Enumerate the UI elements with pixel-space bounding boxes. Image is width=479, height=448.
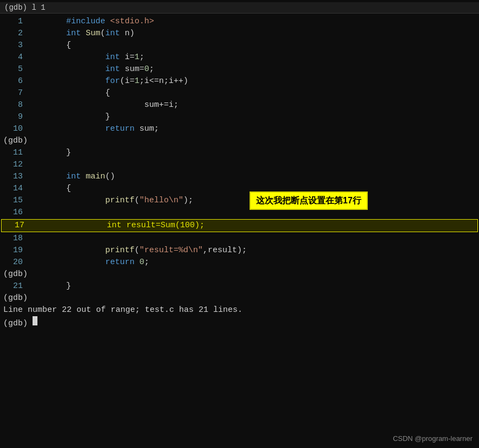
gdb-final-line[interactable]: (gdb) [0,316,479,330]
line-7: 7 { [0,87,479,99]
line-content-3: { [27,40,71,52]
terminal: (gdb) l 1 1 #include <stdio.h> 2 int Sum… [0,0,479,448]
line-8: 8 sum+=i; [0,99,479,111]
line-content-6: for(i=1;i<=n;i++) [27,75,188,87]
terminal-cursor [33,316,37,325]
line-content-8: sum+=i; [27,99,178,111]
line-num-10: 10 [3,123,23,135]
gdb-line-3: (gdb) [0,292,479,304]
line-num-4: 4 [3,52,23,63]
annotation-bubble: 这次我把断点设置在第17行 [250,191,368,210]
line-num-3: 3 [3,40,23,52]
line-num-9: 9 [3,111,23,123]
code-area: 1 #include <stdio.h> 2 int Sum(int n) 3 … [0,14,479,332]
line-18: 18 [0,233,479,245]
line-num-13: 13 [3,171,23,183]
line-1: 1 #include <stdio.h> [0,16,479,28]
line-21: 21 } [0,280,479,292]
line-content-14: { [27,183,71,195]
line-content-9: } [27,111,110,123]
line-11: 11 } [0,147,479,159]
line-4: 4 int i=1; [0,52,479,63]
line-num-11: 11 [3,147,23,159]
line-num-7: 7 [3,87,23,99]
line-content-1: #include <stdio.h> [27,16,154,28]
line-13: 13 int main() [0,171,479,183]
line-19: 19 printf("result=%d\n",result); [0,245,479,257]
line-num-16: 16 [3,207,23,219]
line-content-4: int i=1; [27,52,144,63]
line-content-21: } [27,280,71,292]
line-10: 10 return sum; [0,123,479,135]
line-num-14: 14 [3,183,23,195]
line-num-17: 17 [5,220,24,232]
line-content-20: return 0; [27,257,149,268]
line-content-15: printf("hello\n"); [27,195,193,207]
line-num-12: 12 [3,159,23,171]
line-content-17: int result=Sum(100); [29,220,205,232]
line-num-21: 21 [3,280,23,292]
line-20: 20 return 0; [0,257,479,268]
gdb-line-1: (gdb) [0,135,479,147]
line-num-20: 20 [3,257,23,268]
watermark: CSDN @program-learner [393,434,472,443]
line-num-6: 6 [3,75,23,87]
line-content-5: int sum=0; [27,63,154,75]
top-bar: (gdb) l 1 [0,2,479,14]
line-num-18: 18 [3,233,23,245]
line-content-2: int Sum(int n) [27,28,135,40]
line-15: 15 printf("hello\n"); 这次我把断点设置在第17行 [0,195,479,207]
status-line: Line number 22 out of range; test.c has … [0,304,479,316]
status-text: Line number 22 out of range; test.c has … [3,304,242,316]
gdb-prompt-3: (gdb) [3,292,28,304]
line-content-7: { [27,87,110,99]
line-17: 17 int result=Sum(100); [1,219,478,232]
gdb-prompt-2: (gdb) [3,268,28,280]
line-content-11: } [27,147,71,159]
gdb-final-prompt: (gdb) [3,318,33,330]
line-12: 12 [0,159,479,171]
gdb-prompt-1: (gdb) [3,135,28,147]
gdb-line-2: (gdb) [0,268,479,280]
line-content-13: int main() [27,171,115,183]
line-2: 2 int Sum(int n) [0,28,479,40]
line-5: 5 int sum=0; [0,63,479,75]
line-6: 6 for(i=1;i<=n;i++) [0,75,479,87]
line-num-15: 15 [3,195,23,207]
line-num-8: 8 [3,99,23,111]
line-3: 3 { [0,40,479,52]
line-num-2: 2 [3,28,23,40]
line-16: 16 [0,207,479,219]
line-content-10: return sum; [27,123,159,135]
line-num-19: 19 [3,245,23,257]
line-num-1: 1 [3,16,23,28]
top-bar-text: (gdb) l 1 [4,3,46,12]
line-num-5: 5 [3,63,23,75]
line-14: 14 { [0,183,479,195]
line-9: 9 } [0,111,479,123]
line-content-19: printf("result=%d\n",result); [27,245,247,257]
